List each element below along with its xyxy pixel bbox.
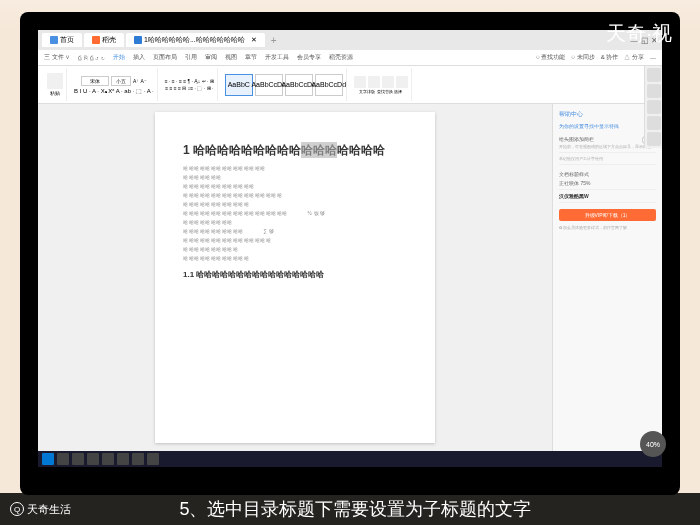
font-option[interactable]: 正社映体 75% [559, 177, 656, 190]
ribbon-editing[interactable]: 文字排版 查找替换 选择 [351, 68, 412, 101]
collab-button[interactable]: & 协作 [601, 53, 619, 62]
panel-title: 帮助中心 [559, 110, 583, 119]
style-heading1[interactable]: AaBbCcDd [255, 74, 283, 96]
side-icon[interactable] [647, 100, 661, 114]
task-icon[interactable] [102, 453, 114, 465]
more-button[interactable]: ⋯ [650, 54, 656, 61]
caption-text: 5、选中目录标题下需要设置为子标题的文字 [81, 497, 690, 521]
upgrade-vip-button[interactable]: 升级VIP即下载（1） [559, 209, 656, 221]
tab-docer[interactable]: 稻壳 [84, 33, 124, 47]
body-text[interactable]: 哈哈哈哈哈哈哈哈哈哈哈哈哈哈哈 [183, 165, 407, 171]
formula: ∑ 够 [264, 228, 275, 234]
body-text[interactable]: 哈哈哈哈哈哈哈哈哈哈哈哈哈哈哈哈哈哈哈½ 饭够 [183, 210, 407, 216]
body-text[interactable]: 哈哈哈哈哈哈哈哈哈哈哈哈哈哈哈哈 [183, 237, 407, 243]
task-icon[interactable] [117, 453, 129, 465]
caption-bar: Q 天奇生活 5、选中目录标题下需要设置为子标题的文字 [0, 493, 700, 525]
panel-item-label: 给头图添加两栏 [559, 136, 594, 142]
ribbon-styles[interactable]: AaBbC AaBbCcDd AaBbCcDd AaBbCcDd [222, 68, 347, 101]
body-text[interactable]: 哈哈哈哈哈哈哈 [183, 174, 407, 180]
panel-subtitle: 为你的设置寻找中显示特殊 [559, 123, 656, 129]
heading-1[interactable]: 1 哈哈哈哈哈哈哈哈哈哈哈哈哈哈哈哈 [183, 142, 407, 159]
style-normal[interactable]: AaBbC [225, 74, 253, 96]
font-option[interactable]: 汉仪雅酷黑W [559, 190, 656, 203]
screen: 首页 稻壳 1哈哈哈哈哈哈...哈哈哈哈哈哈哈✕ + — ◱ ✕ 三 文件 ∨ … [38, 30, 662, 467]
task-icon[interactable] [87, 453, 99, 465]
menubar: 三 文件 ∨ ⎙ ⎘ ⎙ ↺ ↻ 开始 插入 页面布局 引用 审阅 视图 章节 … [38, 50, 662, 66]
page: 1 哈哈哈哈哈哈哈哈哈哈哈哈哈哈哈哈 哈哈哈哈哈哈哈哈哈哈哈哈哈哈哈 哈哈哈哈哈… [155, 112, 435, 443]
menu-vip[interactable]: 会员专享 [297, 53, 321, 62]
body-text[interactable]: 哈哈哈哈哈哈哈哈哈哈 [183, 246, 407, 252]
menu-quickaccess[interactable]: ⎙ ⎘ ⎙ ↺ ↻ [78, 55, 105, 61]
search-box[interactable]: ○ 查找功能 [536, 53, 565, 62]
menu-chapter[interactable]: 章节 [245, 53, 257, 62]
body-text[interactable]: 哈哈哈哈哈哈哈哈哈 [183, 219, 407, 225]
new-tab-button[interactable]: + [271, 35, 277, 46]
side-icon[interactable] [647, 68, 661, 82]
body-text[interactable]: 哈哈哈哈哈哈哈哈哈哈哈哈 [183, 255, 407, 261]
right-panel: 帮助中心 ⋮ ✕ 为你的设置寻找中显示特殊 给头图添加两栏 开始前，可在视图或的… [552, 104, 662, 451]
menu-insert[interactable]: 插入 [133, 53, 145, 62]
body-text[interactable]: 哈哈哈哈哈哈哈哈哈哈哈∑ 够 [183, 228, 407, 234]
side-icon[interactable] [647, 84, 661, 98]
taskbar [38, 451, 662, 467]
monitor-frame: 首页 稻壳 1哈哈哈哈哈哈...哈哈哈哈哈哈哈✕ + — ◱ ✕ 三 文件 ∨ … [20, 12, 680, 495]
sync-status[interactable]: ○ 未同步 [571, 53, 594, 62]
start-button[interactable] [42, 453, 54, 465]
document-canvas[interactable]: 1 哈哈哈哈哈哈哈哈哈哈哈哈哈哈哈哈 哈哈哈哈哈哈哈哈哈哈哈哈哈哈哈 哈哈哈哈哈… [38, 104, 552, 451]
ribbon-clipboard[interactable]: 粘贴 [44, 68, 67, 101]
logo-icon: Q [10, 502, 24, 516]
logo: Q 天奇生活 [10, 502, 71, 517]
heading-2[interactable]: 1.1 哈哈哈哈哈哈哈哈哈哈哈哈哈哈哈哈 [183, 269, 407, 280]
menu-file[interactable]: 三 文件 ∨ [44, 53, 70, 62]
menu-view[interactable]: 视图 [225, 53, 237, 62]
titlebar: 首页 稻壳 1哈哈哈哈哈哈...哈哈哈哈哈哈哈✕ + — ◱ ✕ [38, 30, 662, 50]
menu-start[interactable]: 开始 [113, 53, 125, 62]
text-selection [301, 142, 337, 158]
panel-note: 本记能仅用户工计学使用 [559, 153, 656, 165]
floating-badge[interactable]: 40% [640, 431, 666, 457]
menu-layout[interactable]: 页面布局 [153, 53, 177, 62]
ribbon: 粘贴 宋体 小五 A⁺ A⁻ B I U · A · X₂ X² A · ab … [38, 66, 662, 104]
body-text[interactable]: 哈哈哈哈哈哈哈哈哈哈哈哈哈 [183, 183, 407, 189]
task-icon[interactable] [57, 453, 69, 465]
menu-review[interactable]: 审阅 [205, 53, 217, 62]
menu-resources[interactable]: 稻壳资源 [329, 53, 353, 62]
task-icon[interactable] [147, 453, 159, 465]
tab-home[interactable]: 首页 [42, 33, 82, 47]
ribbon-paragraph[interactable]: ≡ · ≡ · ≡ ≡ ¶ · Ą↓ ↵ · ⊞ ≡ ≡ ≡ ≡ ⊟ ↕≡ · … [162, 68, 218, 101]
side-toolbar [644, 66, 662, 148]
body-text[interactable]: 哈哈哈哈哈哈哈哈哈哈哈哈 [183, 201, 407, 207]
menu-dev[interactable]: 开发工具 [265, 53, 289, 62]
share-button[interactable]: △ 分享 [624, 53, 644, 62]
watermark: 天奇·视 [606, 20, 672, 47]
style-heading3[interactable]: AaBbCcDd [315, 74, 343, 96]
task-icon[interactable] [72, 453, 84, 465]
side-icon[interactable] [647, 116, 661, 130]
ribbon-font[interactable]: 宋体 小五 A⁺ A⁻ B I U · A · X₂ X² A · ab · ⬚… [71, 68, 158, 101]
menu-references[interactable]: 引用 [185, 53, 197, 62]
body-text[interactable]: 哈哈哈哈哈哈哈哈哈哈哈哈哈哈哈哈哈哈 [183, 192, 407, 198]
style-heading2[interactable]: AaBbCcDd [285, 74, 313, 96]
panel-footer: ✿ 加会员体验更多样式，前往官网了解 [559, 225, 656, 230]
side-icon[interactable] [647, 132, 661, 146]
tab-document[interactable]: 1哈哈哈哈哈哈...哈哈哈哈哈哈哈✕ [126, 33, 265, 47]
task-icon[interactable] [132, 453, 144, 465]
formula: ½ 饭够 [308, 210, 326, 216]
